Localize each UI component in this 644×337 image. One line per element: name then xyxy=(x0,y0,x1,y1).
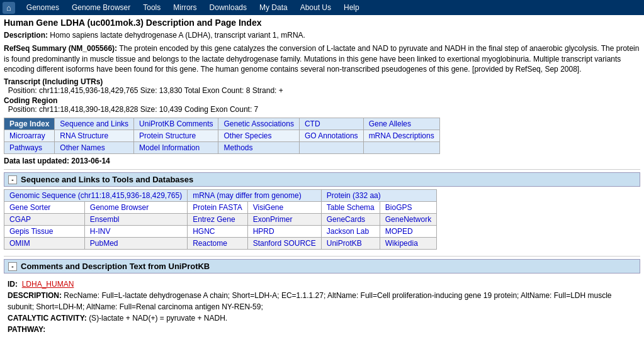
page-index-pathways[interactable]: Pathways xyxy=(4,142,55,154)
sequence-links-section: - Sequence and Links to Tools and Databa… xyxy=(4,172,640,250)
page-index-mrna-descriptions[interactable]: mRNA Descriptions xyxy=(363,130,439,142)
coding-position-text xyxy=(4,105,8,114)
coding-position-val: Position: chr11:18,418,390-18,428,828 Si… xyxy=(8,105,259,114)
page-index-uniprotkb[interactable]: UniProtKB Comments xyxy=(134,118,218,130)
page-index-microarray[interactable]: Microarray xyxy=(4,130,55,142)
page-index-methods[interactable]: Methods xyxy=(218,142,299,154)
page-index-genetic[interactable]: Genetic Associations xyxy=(218,118,299,130)
page-title: Human Gene LDHA (uc001mok.3) Description… xyxy=(4,18,640,28)
catalytic-text: (S)-lactate + NAD(+) = pyruvate + NADH. xyxy=(89,314,227,323)
link-exonprimer[interactable]: ExonPrimer xyxy=(247,214,321,226)
page-index-gene-alleles[interactable]: Gene Alleles xyxy=(363,118,439,130)
sequence-links-header: - Sequence and Links to Tools and Databa… xyxy=(4,172,640,187)
link-visigene[interactable]: VisiGene xyxy=(247,202,321,214)
link-genenetwork[interactable]: GeneNetwork xyxy=(380,214,436,226)
uniprot-content: ID: LDHA_HUMAN DESCRIPTION: RecName: Ful… xyxy=(4,276,640,337)
link-pubmed[interactable]: PubMed xyxy=(84,238,187,250)
refseq-block: RefSeq Summary (NM_005566): The protein … xyxy=(4,43,640,75)
uniprot-toggle[interactable]: - xyxy=(8,262,17,271)
page-index-empty1 xyxy=(299,142,363,154)
page-index-other-species[interactable]: Other Species xyxy=(218,130,299,142)
page-index-ctd[interactable]: CTD xyxy=(299,118,363,130)
transcript-position-text: Position: chr11:18,415,936-18,429,765 Si… xyxy=(8,86,283,95)
refseq-label: RefSeq Summary (NM_005566): xyxy=(4,44,117,53)
uniprot-id-value[interactable]: LDHA_HUMAN xyxy=(22,280,74,289)
page-index-other-names[interactable]: Other Names xyxy=(55,142,134,154)
link-biogps[interactable]: BioGPS xyxy=(380,202,436,214)
catalytic-label: CATALYTIC ACTIVITY: xyxy=(8,314,87,323)
link-hgnc[interactable]: HGNC xyxy=(188,226,247,238)
page-index-table: Page Index Sequence and Links UniProtKB … xyxy=(4,118,440,154)
divider-2 xyxy=(4,256,640,257)
transcript-section: Transcript (Including UTRs) Position: ch… xyxy=(4,77,640,95)
page-index-header: Page Index xyxy=(4,118,55,130)
home-button[interactable]: ⌂ xyxy=(3,2,15,14)
uniprot-catalytic-line: CATALYTIC ACTIVITY: (S)-lactate + NAD(+)… xyxy=(8,312,636,324)
mrna-link[interactable]: mRNA (may differ from genome) xyxy=(188,190,322,202)
id-label: ID: xyxy=(8,280,18,289)
transcript-label: Transcript (Including UTRs) xyxy=(4,77,103,86)
coding-section: Coding Region Position: chr11:18,418,390… xyxy=(4,96,640,114)
link-cgap[interactable]: CGAP xyxy=(4,214,85,226)
uniprot-description-text: RecName: Full=L-lactate dehydrogenase A … xyxy=(8,291,611,311)
links-table: Genomic Sequence (chr11:18,415,936-18,42… xyxy=(4,189,437,250)
link-stanford-source[interactable]: Stanford SOURCE xyxy=(247,238,321,250)
nav-downloads[interactable]: Downloads xyxy=(203,0,253,15)
genomic-seq-link[interactable]: Genomic Sequence (chr11:18,415,936-18,42… xyxy=(4,190,188,202)
link-wikipedia[interactable]: Wikipedia xyxy=(380,238,436,250)
uniprot-section: - Comments and Description Text from Uni… xyxy=(4,259,640,337)
nav-aboutus[interactable]: About Us xyxy=(294,0,337,15)
link-reactome[interactable]: Reactome xyxy=(188,238,247,250)
description-text: Homo sapiens lactate dehydrogenase A (LD… xyxy=(50,31,305,40)
link-gepis-tissue[interactable]: Gepis Tissue xyxy=(4,226,85,238)
link-gene-sorter[interactable]: Gene Sorter xyxy=(4,202,85,214)
link-jackson-lab[interactable]: Jackson Lab xyxy=(321,226,380,238)
page-index-empty2 xyxy=(363,142,439,154)
navigation-bar: ⌂ Genomes Genome Browser Tools Mirrors D… xyxy=(0,0,644,15)
uniprot-title: Comments and Description Text from UniPr… xyxy=(21,262,210,271)
link-genecards[interactable]: GeneCards xyxy=(321,214,380,226)
coding-label: Coding Region xyxy=(4,96,57,105)
page-content: Human Gene LDHA (uc001mok.3) Description… xyxy=(0,15,644,337)
link-protein-fasta[interactable]: Protein FASTA xyxy=(188,202,247,214)
protein-link[interactable]: Protein (332 aa) xyxy=(321,190,436,202)
page-index-go-annotations[interactable]: GO Annotations xyxy=(299,130,363,142)
link-hprd[interactable]: HPRD xyxy=(247,226,321,238)
link-ensembl[interactable]: Ensembl xyxy=(84,214,187,226)
pathway-label: PATHWAY: xyxy=(8,325,45,334)
description-label: Description: xyxy=(4,31,48,40)
link-omim[interactable]: OMIM xyxy=(4,238,85,250)
divider-1 xyxy=(4,169,640,170)
uniprot-header: - Comments and Description Text from Uni… xyxy=(4,259,640,273)
link-uniprotkb[interactable]: UniProtKB xyxy=(321,238,380,250)
data-updated: Data last updated: 2013-06-14 xyxy=(4,157,640,165)
nav-mydata[interactable]: My Data xyxy=(253,0,294,15)
nav-genome-browser[interactable]: Genome Browser xyxy=(65,0,137,15)
transcript-position xyxy=(4,86,8,95)
link-table-schema[interactable]: Table Schema xyxy=(321,202,380,214)
description-block: Description: Homo sapiens lactate dehydr… xyxy=(4,30,640,41)
page-index-rna-structure[interactable]: RNA Structure xyxy=(55,130,134,142)
sequence-links-toggle[interactable]: - xyxy=(8,175,17,184)
nav-mirrors[interactable]: Mirrors xyxy=(167,0,203,15)
sequence-links-title: Sequence and Links to Tools and Database… xyxy=(21,175,193,184)
uniprot-pathway-line: PATHWAY: xyxy=(8,324,636,335)
home-icon: ⌂ xyxy=(6,3,11,13)
page-index-model-info[interactable]: Model Information xyxy=(134,142,218,154)
page-index-protein-structure[interactable]: Protein Structure xyxy=(134,130,218,142)
link-h-inv[interactable]: H-INV xyxy=(84,226,187,238)
page-index-sequence-links[interactable]: Sequence and Links xyxy=(55,118,134,130)
uniprot-description-line: DESCRIPTION: RecName: Full=L-lactate deh… xyxy=(8,290,636,312)
nav-help[interactable]: Help xyxy=(337,0,366,15)
link-genome-browser[interactable]: Genome Browser xyxy=(84,202,187,214)
nav-genomes[interactable]: Genomes xyxy=(20,0,65,15)
nav-tools[interactable]: Tools xyxy=(137,0,167,15)
link-moped[interactable]: MOPED xyxy=(380,226,436,238)
link-entrez-gene[interactable]: Entrez Gene xyxy=(188,214,247,226)
desc-label: DESCRIPTION: xyxy=(8,291,62,300)
uniprot-id-line: ID: LDHA_HUMAN xyxy=(8,279,636,290)
